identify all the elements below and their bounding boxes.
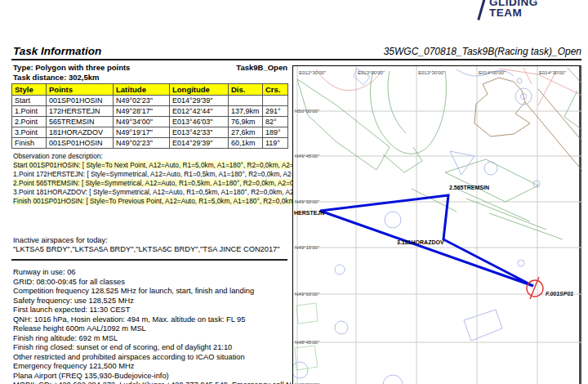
obs-line: Finish 001SP01HOSIN: [ Style=To Previous… <box>13 197 335 206</box>
briefing-line: Safety frequency: use 128,525 MHz <box>13 297 298 306</box>
section-divider <box>11 259 287 261</box>
table-row: Start 001SP01HOSIN N49°02'23" E014°29'39… <box>12 96 288 106</box>
obs-line: 3.Point 181HORAZDOV: [ Style=Symmetrical… <box>13 188 335 197</box>
cell-distance: 137,9km <box>229 106 263 117</box>
col-points: Points <box>47 84 114 96</box>
cell-longitude: E013°42'33" <box>170 127 229 138</box>
cell-course <box>263 96 288 106</box>
waypoint-label-finish: F.001SP01 <box>546 291 573 297</box>
lat-tick: N49°30'00" <box>295 199 319 204</box>
cell-style: 3.Point <box>12 127 47 138</box>
briefing-line: Other restricted and prohibited airspace… <box>13 353 298 363</box>
header-divider <box>11 59 581 60</box>
inactive-airspaces-list: "LKTSA5 BRDY","LKTSA5A BRDY","LKTSA5C BR… <box>13 245 280 254</box>
map-grid <box>293 66 582 384</box>
cell-points: 181HORAZDOV <box>47 127 114 138</box>
briefing-line: Emergency frequency 121,500 MHz <box>13 362 298 372</box>
task-type-row: Type: Polygon with three points Task9B_O… <box>13 63 287 72</box>
briefing-line: GRID: 08:00-09:45 for all classes <box>13 278 298 288</box>
cell-style: 1.Point <box>12 106 47 117</box>
glider-slash-icon <box>477 0 485 20</box>
col-latitude: Latitude <box>114 84 170 96</box>
cell-distance <box>229 96 263 106</box>
obs-line-point2: 2.Point 565TREMSIN: [ Style=Symmetrical,… <box>13 179 301 187</box>
document-reference: 35WGC_070818_Task9B(Racing task)_Open <box>384 46 581 57</box>
latitude-labels: N50°00'00" N49°45'00" N49°30'00" N49°15'… <box>295 109 319 384</box>
cell-longitude: E013°46'03" <box>170 117 229 127</box>
lon-tick: E012°30'00" <box>299 70 326 75</box>
cell-distance: 76,9km <box>229 117 263 127</box>
cell-latitude: N49°02'23" <box>114 138 170 149</box>
waypoint-label-herstejn: HERSTEJN <box>294 210 324 216</box>
cell-longitude: E014°29'39" <box>170 96 229 106</box>
cell-course: 189° <box>263 127 288 138</box>
cell-latitude: N49°19'17" <box>114 127 170 138</box>
observation-zone-title: Observation zone description: <box>13 152 335 161</box>
lon-tick: E014°30'00" <box>539 70 566 75</box>
task-map-canvas: E012°30'00" E013°00'00" E013°30'00" E014… <box>293 66 582 384</box>
waypoint-label-horazdov: 3.181HORAZDOV <box>397 239 444 245</box>
briefing-line: First launch expected: 11:30 CEST <box>13 306 298 315</box>
lat-tick: N49°15'00" <box>295 245 319 250</box>
col-distance: Dis. <box>229 84 263 96</box>
cell-longitude: E012°42'44" <box>170 106 229 117</box>
cell-points: 172HERSTEJN <box>47 106 114 117</box>
obs-line-point1: 1.Point 172HERSTEJN: [ Style=Symmetrical… <box>13 170 305 178</box>
col-style: Style <box>12 84 47 96</box>
airspace-outlines <box>293 68 582 384</box>
inactive-airspaces-title: Inactive airspaces for today: <box>13 236 280 245</box>
briefing-line: QNH: 1016 hPa, Hosin elevation: 494 m, M… <box>13 315 298 325</box>
briefing-block: Runway in use: 06 GRID: 08:00-09:45 for … <box>13 268 298 384</box>
cell-points: 565TREMSIN <box>47 117 114 127</box>
lon-tick: E013°00'00" <box>358 70 385 75</box>
briefing-line: Runway in use: 06 <box>13 268 298 278</box>
col-course: Crs. <box>263 84 288 96</box>
briefing-line: Competition frequency 128.525 MHz for la… <box>13 287 298 297</box>
cell-latitude: N49°34'00" <box>114 117 170 127</box>
lon-tick: E014°00'00" <box>479 70 506 75</box>
lon-tick: E013°30'00" <box>418 70 445 75</box>
briefing-line: Plana Airport (FREQ 135,930-Budejovice-i… <box>13 372 298 382</box>
cell-style: Finish <box>12 138 47 149</box>
obs-line-finish: Finish 001SP01HOSIN: [ Style=To Previous… <box>13 197 320 205</box>
briefing-line: MOBIL CD: +420 602 284 272, Ludek Kluger… <box>13 381 298 384</box>
inactive-airspaces-block: Inactive airspaces for today: "LKTSA5 BR… <box>13 236 280 254</box>
cell-longitude: E014°29'39" <box>170 138 229 149</box>
cell-latitude: N49°28'17" <box>114 106 170 117</box>
obs-line: 1.Point 172HERSTEJN: [ Style=Symmetrical… <box>13 170 335 179</box>
lat-tick: N49°45'00" <box>295 154 319 159</box>
briefing-line: Finish ring closed: sunset or end of sco… <box>13 343 298 353</box>
cell-points: 001SP01HOSIN <box>47 138 114 149</box>
briefing-line: Release height 600m AAL/1092 m MSL <box>13 324 298 334</box>
table-header-row: Style Points Latitude Longitude Dis. Crs… <box>12 84 288 96</box>
cell-course: 291° <box>263 106 288 117</box>
task-type: Type: Polygon with three points <box>13 63 130 72</box>
table-row: Finish 001SP01HOSIN N49°02'23" E014°29'3… <box>12 138 288 149</box>
task-distance: Task distance: 302,5km <box>13 73 99 82</box>
cell-latitude: N49°02'23" <box>114 96 170 106</box>
logo-line-2: TEAM <box>489 7 538 18</box>
cell-style: 2.Point <box>12 117 47 127</box>
task-name: Task9B_Open <box>236 63 287 72</box>
obs-line: 2.Point 565TREMSIN: [ Style=Symmetrical,… <box>13 179 335 188</box>
col-longitude: Longitude <box>170 84 229 96</box>
lat-tick: N50°00'00" <box>295 109 319 114</box>
table-row: 1.Point 172HERSTEJN N49°28'17" E012°42'4… <box>12 106 288 117</box>
waypoint-label-tremsin: 2.565TREMSIN <box>449 185 489 190</box>
waypoint-table: Style Points Latitude Longitude Dis. Crs… <box>11 83 288 149</box>
table-row: 2.Point 565TREMSIN N49°34'00" E013°46'03… <box>12 117 288 127</box>
cell-distance: 60,1km <box>229 138 263 149</box>
briefing-line: Finish ring altitude: 692 m MSL <box>13 334 298 344</box>
obs-line-start: Start 001SP01HOSIN: [ Style=To Next Poin… <box>13 161 335 169</box>
cell-points: 001SP01HOSIN <box>47 96 114 106</box>
task-map: E012°30'00" E013°00'00" E013°30'00" E014… <box>292 65 581 384</box>
gliding-team-logo: GLIDING TEAM <box>489 0 538 18</box>
table-row: 3.Point 181HORAZDOV N49°19'17" E013°42'3… <box>12 127 288 138</box>
cell-course: 119° <box>263 138 288 149</box>
observation-zone-block: Observation zone description: Start 001S… <box>13 152 335 206</box>
finish-ring-icon <box>527 277 543 299</box>
cell-distance: 27,6km <box>229 127 263 138</box>
obs-line-point3: 3.Point 181HORAZDOV: [ Style=Symmetrical… <box>13 188 308 196</box>
obs-line: Start 001SP01HOSIN: [ Style=To Next Poin… <box>13 161 335 170</box>
page-title: Task Information <box>13 45 101 57</box>
